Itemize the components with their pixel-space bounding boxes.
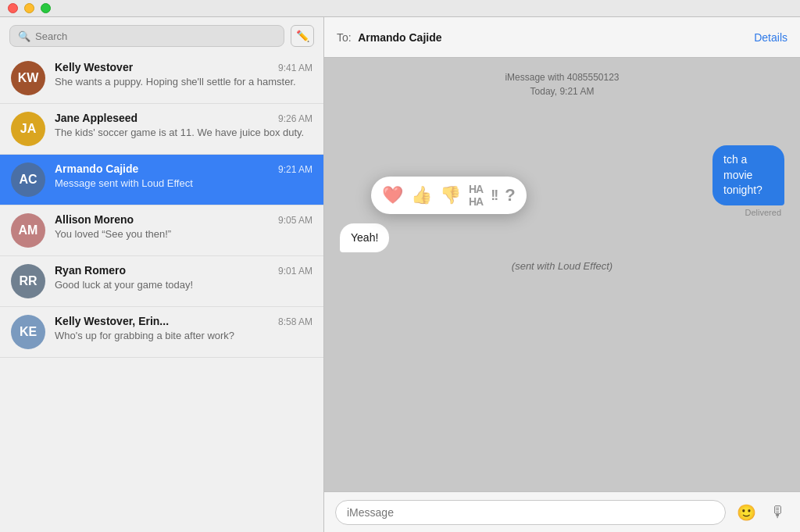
conv-time-jane: 9:26 AM bbox=[278, 113, 312, 124]
conv-time-kelly: 9:41 AM bbox=[278, 62, 312, 73]
maximize-button[interactable] bbox=[41, 3, 51, 13]
conv-preview-jane: The kids' soccer game is at 11. We have … bbox=[55, 126, 312, 140]
conv-preview-kelly: She wants a puppy. Hoping she'll settle … bbox=[55, 75, 312, 89]
chat-meta-line1: iMessage with 4085550123 bbox=[340, 70, 784, 84]
microphone-button[interactable]: 🎙 bbox=[767, 500, 789, 524]
tapback-thumbsup-icon[interactable]: 👍 bbox=[411, 185, 432, 205]
conv-preview-kelly-group: Who's up for grabbing a bite after work? bbox=[55, 329, 312, 343]
received-message-bubble[interactable]: Yeah! bbox=[340, 223, 389, 253]
conv-content-armando: Armando Cajide9:21 AMMessage sent with L… bbox=[55, 162, 312, 191]
avatar-allison: AM bbox=[11, 213, 45, 248]
conv-item-kelly-group[interactable]: KEKelly Westover, Erin...8:58 AMWho's up… bbox=[0, 307, 323, 358]
sent-message-text: tch a movie tonight? bbox=[723, 153, 762, 196]
conv-content-kelly: Kelly Westover9:41 AMShe wants a puppy. … bbox=[55, 61, 312, 89]
message-delivered-status: Delivered bbox=[745, 208, 781, 217]
conv-item-allison[interactable]: AMAllison Moreno9:05 AMYou loved “See yo… bbox=[0, 205, 323, 256]
conv-time-ryan: 9:01 AM bbox=[278, 266, 312, 277]
conv-preview-ryan: Good luck at your game today! bbox=[55, 278, 312, 292]
chat-area: To: Armando Cajide Details iMessage with… bbox=[324, 17, 800, 532]
emoji-button[interactable]: 🙂 bbox=[734, 500, 759, 525]
loud-effect-label: (sent with Loud Effect) bbox=[340, 260, 784, 272]
tapback-thumbsdown-icon[interactable]: 👎 bbox=[440, 185, 461, 205]
conv-content-ryan: Ryan Romero9:01 AMGood luck at your game… bbox=[55, 264, 312, 292]
conv-time-kelly-group: 8:58 AM bbox=[278, 316, 312, 327]
conv-name-jane: Jane Appleseed bbox=[55, 112, 138, 124]
chat-recipient-name: Armando Cajide bbox=[358, 31, 441, 44]
tapback-question-icon[interactable]: ? bbox=[505, 185, 515, 205]
tapback-heart-icon[interactable]: ❤️ bbox=[382, 185, 403, 205]
received-message-text: Yeah! bbox=[351, 231, 378, 244]
conv-name-kelly: Kelly Westover bbox=[55, 61, 133, 73]
received-message-row: Yeah! bbox=[340, 223, 784, 253]
conv-name-armando: Armando Cajide bbox=[55, 162, 138, 175]
app-container: 🔍 ✏️ KWKelly Westover9:41 AMShe wants a … bbox=[0, 17, 800, 532]
conv-time-armando: 9:21 AM bbox=[278, 164, 312, 175]
conv-content-jane: Jane Appleseed9:26 AMThe kids' soccer ga… bbox=[55, 112, 312, 140]
conv-preview-allison: You loved “See you then!” bbox=[55, 227, 312, 241]
conv-name-allison: Allison Moreno bbox=[55, 213, 134, 226]
search-bar[interactable]: 🔍 bbox=[9, 25, 284, 47]
conv-item-ryan[interactable]: RRRyan Romero9:01 AMGood luck at your ga… bbox=[0, 256, 323, 307]
avatar-armando: AC bbox=[11, 162, 45, 197]
chat-to-row: To: Armando Cajide bbox=[337, 30, 442, 45]
conv-name-kelly-group: Kelly Westover, Erin... bbox=[55, 315, 169, 327]
to-label: To: bbox=[337, 31, 352, 44]
avatar-jane: JA bbox=[11, 112, 45, 146]
microphone-icon: 🎙 bbox=[770, 503, 786, 520]
avatar-kelly: KW bbox=[11, 61, 45, 95]
message-with-tapback: ❤️ 👍 👎 HAHA !! ? tch a movie tonight? De… bbox=[340, 145, 784, 217]
tapback-exclaim-icon[interactable]: !! bbox=[491, 187, 497, 204]
conv-name-ryan: Ryan Romero bbox=[55, 264, 126, 277]
conv-time-allison: 9:05 AM bbox=[278, 215, 312, 226]
chat-meta-line2: Today, 9:21 AM bbox=[340, 84, 784, 98]
chat-meta: iMessage with 4085550123 Today, 9:21 AM bbox=[340, 70, 784, 98]
compose-button[interactable]: ✏️ bbox=[291, 25, 314, 47]
conv-item-armando[interactable]: ACArmando Cajide9:21 AMMessage sent with… bbox=[0, 155, 323, 205]
search-input[interactable] bbox=[35, 30, 276, 42]
chat-messages: iMessage with 4085550123 Today, 9:21 AM … bbox=[324, 58, 800, 491]
conv-item-jane[interactable]: JAJane Appleseed9:26 AMThe kids' soccer … bbox=[0, 104, 323, 155]
tapback-popup[interactable]: ❤️ 👍 👎 HAHA !! ? bbox=[371, 177, 527, 214]
close-button[interactable] bbox=[8, 3, 18, 13]
titlebar bbox=[0, 0, 800, 17]
conversations-list: KWKelly Westover9:41 AMShe wants a puppy… bbox=[0, 53, 323, 532]
conv-content-kelly-group: Kelly Westover, Erin...8:58 AMWho's up f… bbox=[55, 315, 312, 343]
sidebar: 🔍 ✏️ KWKelly Westover9:41 AMShe wants a … bbox=[0, 17, 324, 532]
conv-item-kelly[interactable]: KWKelly Westover9:41 AMShe wants a puppy… bbox=[0, 53, 323, 104]
chat-header: To: Armando Cajide Details bbox=[324, 17, 800, 58]
chat-input-bar: 🙂 🎙 bbox=[324, 491, 800, 532]
conv-content-allison: Allison Moreno9:05 AMYou loved “See you … bbox=[55, 213, 312, 241]
avatar-ryan: RR bbox=[11, 264, 45, 298]
compose-icon: ✏️ bbox=[296, 30, 309, 42]
message-input[interactable] bbox=[335, 500, 726, 525]
emoji-icon: 🙂 bbox=[737, 504, 756, 521]
tapback-haha-icon[interactable]: HAHA bbox=[469, 183, 483, 208]
details-button[interactable]: Details bbox=[754, 31, 788, 44]
minimize-button[interactable] bbox=[24, 3, 34, 13]
conv-preview-armando: Message sent with Loud Effect bbox=[55, 177, 312, 191]
avatar-kelly-group: KE bbox=[11, 315, 45, 349]
sent-message-bubble[interactable]: tch a movie tonight? bbox=[712, 145, 784, 205]
sidebar-header: 🔍 ✏️ bbox=[0, 17, 323, 53]
search-icon: 🔍 bbox=[18, 30, 30, 42]
